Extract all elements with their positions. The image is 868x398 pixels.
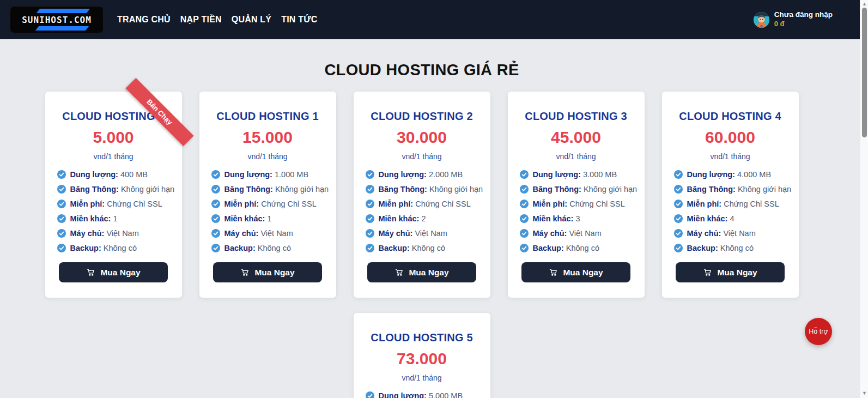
feature-label: Máy chủ: [70,229,105,238]
check-icon [211,170,220,179]
feature-item: Máy chủ: Việt Nam [520,229,633,238]
check-icon [520,200,529,208]
feature-value: Không giới hạn [121,185,174,194]
nav-item-tin-tuc[interactable]: TIN TỨC [276,15,322,25]
plan-period: vnd/1 tháng [366,152,478,161]
check-icon-wrap [366,185,374,194]
feature-item: Miền khác: 1 [211,214,324,223]
check-icon-wrap [366,214,374,223]
pricing-card: CLOUD HOSTING 3 45.000 vnd/1 tháng Dung … [508,92,645,298]
feature-label: Dung lượng: [379,391,427,398]
plan-period: vnd/1 tháng [211,152,324,161]
check-icon-wrap [520,185,529,194]
feature-item: Dung lượng: 3.000 MB [520,170,633,179]
buy-button-label: Mua Ngay [717,268,757,278]
plan-title: CLOUD HOSTING 5 [366,331,478,344]
check-icon-wrap [520,214,529,223]
feature-label: Dung lượng: [533,170,581,179]
feature-item: Dung lượng: 2.000 MB [366,170,478,179]
check-icon-wrap [366,244,374,252]
feature-label: Dung lượng: [70,170,118,179]
buy-button[interactable]: Mua Ngay [676,262,785,282]
feature-item: Backup: Không có [57,244,170,252]
feature-value: Chứng Chỉ SSL [415,200,471,208]
main-content: CLOUD HOSTING GIÁ RẺ Bán Chạy CLOUD HOST… [45,61,799,398]
avatar-icon [754,12,769,28]
check-icon [674,244,683,252]
feature-label: Máy chủ: [533,229,567,238]
check-icon-wrap [57,214,66,223]
check-icon-wrap [366,200,374,208]
check-icon-wrap [366,391,374,398]
feature-value: Không giới hạn [738,185,791,194]
check-icon [57,244,66,252]
check-icon [211,214,220,223]
check-icon-wrap [366,170,374,179]
buy-button-label: Mua Ngay [100,268,140,278]
feature-item: Dung lượng: 1.000 MB [211,170,324,179]
feature-item: Dung lượng: 400 MB [57,170,170,179]
feature-item: Băng Thông: Không giới hạn [520,185,633,194]
buy-button-label: Mua Ngay [409,268,448,278]
feature-value: Không giới hạn [275,185,329,194]
buy-button[interactable]: Mua Ngay [213,262,322,282]
cart-icon [240,268,250,277]
buy-button-label: Mua Ngay [254,268,294,278]
check-icon-wrap [211,244,220,252]
feature-item: Backup: Không có [520,244,633,252]
feature-value: Việt Nam [415,229,447,238]
check-icon [674,170,683,179]
site-logo[interactable]: SUNIHOST.COM [10,6,104,33]
feature-label: Dung lượng: [379,170,427,179]
feature-label: Backup: [687,244,718,252]
check-icon-wrap [674,244,683,252]
check-icon [211,229,220,238]
buy-button[interactable]: Mua Ngay [59,262,168,282]
feature-label: Miễn phí: [379,200,414,208]
nav-item-quan-ly[interactable]: QUẢN LÝ [227,15,276,25]
feature-value: 5.000 MB [429,391,463,398]
user-widget: Chưa đăng nhập 0 đ [754,10,833,28]
check-icon-wrap [211,214,220,223]
feature-item: Máy chủ: Việt Nam [211,229,324,238]
plan-title: CLOUD HOSTING 3 [520,110,633,123]
feature-value: Không có [720,244,754,252]
avatar[interactable] [754,12,769,28]
feature-label: Backup: [224,244,256,252]
check-icon [674,200,683,208]
feature-label: Miễn phí: [224,200,259,208]
feature-item: Băng Thông: Không giới hạn [366,185,478,194]
navbar: SUNIHOST.COM TRANG CHỦ NẠP TIỀN QUẢN LÝ … [0,0,860,39]
feature-label: Miễn phí: [687,200,722,208]
feature-value: 3 [575,214,580,223]
feature-label: Backup: [379,244,410,252]
feature-label: Miễn phí: [70,200,105,208]
feature-value: 1.000 MB [275,170,308,179]
feature-value: Không có [566,244,599,252]
scrollbar-thumb[interactable] [862,8,867,137]
nav-item-trang-chu[interactable]: TRANG CHỦ [112,15,175,25]
check-icon [366,170,374,179]
buy-button[interactable]: Mua Ngay [521,262,630,282]
pricing-card: CLOUD HOSTING 1 15.000 vnd/1 tháng Dung … [199,92,336,298]
buy-button[interactable]: Mua Ngay [367,262,476,282]
scrollbar-up-icon[interactable]: ▲ [860,0,868,8]
check-icon [520,185,529,194]
buy-button-label: Mua Ngay [563,268,603,278]
feature-label: Miền khác: [70,214,111,223]
check-icon-wrap [674,229,683,238]
check-icon-wrap [211,229,220,238]
check-icon [57,214,66,223]
feature-value: 1 [267,214,271,223]
page-title: CLOUD HOSTING GIÁ RẺ [45,61,799,79]
nav-item-nap-tien[interactable]: NẠP TIỀN [175,15,227,25]
support-button[interactable]: Hỗ trợ [805,318,832,345]
feature-item: Backup: Không có [674,244,787,252]
check-icon [57,170,66,179]
feature-value: Việt Nam [723,229,755,238]
feature-value: Việt Nam [569,229,601,238]
feature-value: Chứng Chỉ SSL [724,200,779,208]
scrollbar-down-icon[interactable]: ▼ [860,389,868,397]
feature-label: Máy chủ: [687,229,721,238]
feature-value: Không giới hạn [429,185,483,194]
